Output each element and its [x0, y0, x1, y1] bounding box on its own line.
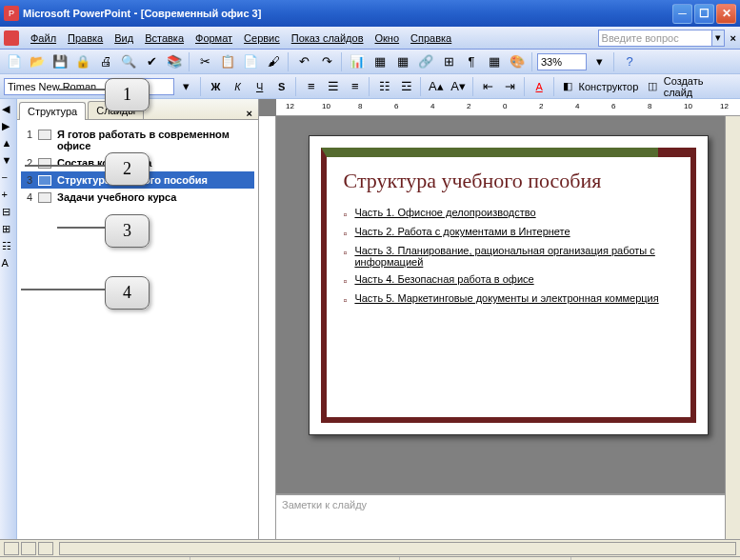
vertical-ruler [259, 116, 276, 539]
chart-button[interactable]: 📊 [347, 51, 368, 72]
slide-icon [38, 175, 51, 186]
align-center-button[interactable]: ☰ [323, 76, 343, 97]
numbered-list-button[interactable]: ☷ [374, 76, 394, 97]
outline-item[interactable]: 4 Задачи учебного курса [21, 189, 254, 206]
size-dropdown-icon[interactable]: ▾ [176, 76, 196, 97]
promote-button[interactable]: ◀ [2, 103, 15, 116]
paste-button[interactable]: 📄 [240, 51, 261, 72]
window-title: Microsoft PowerPoint - [Современный офис… [23, 7, 672, 20]
status-bar: Слайд 3 из 4 Квадрант русский (Россия) [0, 556, 740, 560]
menu-bar: Файл Правка Вид Вставка Формат Сервис По… [0, 27, 740, 50]
slide[interactable]: Структура учебного пособия Часть 1. Офис… [309, 135, 709, 435]
bold-button[interactable]: Ж [206, 76, 226, 97]
view-buttons-bar [0, 539, 740, 556]
decrease-indent-button[interactable]: ⇤ [477, 76, 497, 97]
minimize-button[interactable]: ─ [672, 4, 692, 24]
menu-window[interactable]: Окно [370, 30, 406, 46]
bullet-list-button[interactable]: ☲ [396, 76, 416, 97]
slideshow-view-button[interactable] [38, 542, 53, 555]
zoom-input[interactable]: 33% [537, 53, 587, 70]
collapse-all-button[interactable]: ⊟ [2, 206, 15, 219]
redo-button[interactable]: ↷ [316, 51, 337, 72]
slide-icon [38, 158, 51, 169]
font-selector[interactable]: Times New Roman [4, 78, 113, 95]
research-button[interactable]: 📚 [164, 51, 185, 72]
expand-all-button[interactable]: ⊞ [2, 223, 15, 236]
expand-button[interactable]: + [2, 189, 15, 202]
format-painter-button[interactable]: 🖌 [263, 51, 284, 72]
open-button[interactable]: 📂 [27, 51, 48, 72]
designer-button[interactable]: ◧Конструктор [559, 78, 643, 95]
new-button[interactable]: 📄 [4, 51, 25, 72]
hyperlink-button[interactable]: 🔗 [415, 51, 436, 72]
underline-button[interactable]: Ч [250, 76, 270, 97]
permission-button[interactable]: 🔒 [72, 51, 93, 72]
expand-button[interactable]: ⊞ [438, 51, 459, 72]
undo-button[interactable]: ↶ [293, 51, 314, 72]
new-slide-button[interactable]: ◫Создать слайд [644, 73, 736, 100]
tab-outline[interactable]: Структура [19, 102, 86, 120]
menu-help[interactable]: Справка [405, 30, 457, 46]
copy-button[interactable]: 📋 [217, 51, 238, 72]
decrease-font-button[interactable]: A▾ [448, 76, 468, 97]
standard-toolbar: 📄 📂 💾 🔒 🖨 🔍 ✔ 📚 ✂ 📋 📄 🖌 ↶ ↷ 📊 ▦ ▦ 🔗 ⊞ ¶ … [0, 50, 740, 74]
collapse-button[interactable]: − [2, 171, 15, 185]
callout-1: 1 [105, 78, 150, 111]
title-bar: P Microsoft PowerPoint - [Современный оф… [0, 0, 740, 27]
vertical-scrollbar[interactable] [725, 116, 740, 539]
menu-edit[interactable]: Правка [62, 30, 109, 46]
menu-format[interactable]: Формат [190, 30, 238, 46]
slide-pane: 12108642024681012 Структура учебного пос… [259, 99, 740, 539]
menu-slideshow[interactable]: Показ слайдов [286, 30, 370, 46]
horizontal-ruler: 12108642024681012 [276, 99, 740, 116]
color-button[interactable]: 🎨 [507, 51, 528, 72]
save-button[interactable]: 💾 [50, 51, 70, 72]
increase-indent-button[interactable]: ⇥ [500, 76, 520, 97]
app-icon: P [4, 6, 19, 21]
menu-tools[interactable]: Сервис [238, 30, 286, 46]
callout-4: 4 [105, 276, 150, 310]
show-formatting-button[interactable]: ¶ [461, 51, 482, 72]
tables-borders-button[interactable]: ▦ [392, 51, 413, 72]
align-right-button[interactable]: ≡ [345, 76, 365, 97]
help-button[interactable]: ? [619, 51, 640, 72]
callout-2: 2 [105, 152, 150, 186]
sorter-view-button[interactable] [21, 542, 36, 555]
show-formatting-button[interactable]: A [2, 257, 15, 270]
outline-toolbar: ◀ ▶ ▲ ▼ − + ⊟ ⊞ ☷ A [0, 99, 17, 539]
table-button[interactable]: ▦ [370, 51, 390, 72]
cut-button[interactable]: ✂ [194, 51, 215, 72]
horizontal-scrollbar[interactable] [59, 542, 736, 555]
spellcheck-button[interactable]: ✔ [141, 51, 162, 72]
slide-icon [38, 130, 51, 140]
menu-file[interactable]: Файл [25, 30, 62, 46]
help-search-input[interactable]: Введите вопрос [598, 30, 712, 47]
normal-view-button[interactable] [4, 542, 19, 555]
doc-close-button[interactable]: × [730, 32, 736, 44]
italic-button[interactable]: К [228, 76, 248, 97]
zoom-dropdown-icon[interactable]: ▾ [589, 51, 610, 72]
powerpoint-icon [4, 30, 19, 46]
increase-font-button[interactable]: A▴ [426, 76, 446, 97]
menu-view[interactable]: Вид [109, 30, 139, 46]
move-down-button[interactable]: ▼ [2, 154, 15, 168]
notes-pane[interactable]: Заметки к слайду [276, 493, 740, 539]
align-left-button[interactable]: ≡ [301, 76, 321, 97]
move-up-button[interactable]: ▲ [2, 137, 15, 150]
help-dropdown-icon[interactable]: ▾ [711, 30, 725, 47]
print-button[interactable]: 🖨 [95, 51, 116, 72]
slide-bullets[interactable]: Часть 1. Офисное делопроизводство Часть … [344, 207, 673, 306]
slide-area[interactable]: Структура учебного пособия Часть 1. Офис… [276, 116, 740, 493]
grid-button[interactable]: ▦ [484, 51, 505, 72]
close-button[interactable]: ✕ [716, 4, 736, 24]
maximize-button[interactable]: ☐ [694, 4, 714, 24]
shadow-button[interactable]: S [271, 76, 291, 97]
demote-button[interactable]: ▶ [2, 120, 15, 133]
outline-item[interactable]: 1 Я готов работать в современном офисе [21, 126, 254, 154]
summary-slide-button[interactable]: ☷ [2, 240, 15, 253]
menu-insert[interactable]: Вставка [139, 30, 190, 46]
slide-title[interactable]: Структура учебного пособия [344, 169, 673, 193]
preview-button[interactable]: 🔍 [118, 51, 139, 72]
close-pane-button[interactable]: × [247, 108, 252, 119]
font-color-button[interactable]: A [530, 76, 550, 97]
